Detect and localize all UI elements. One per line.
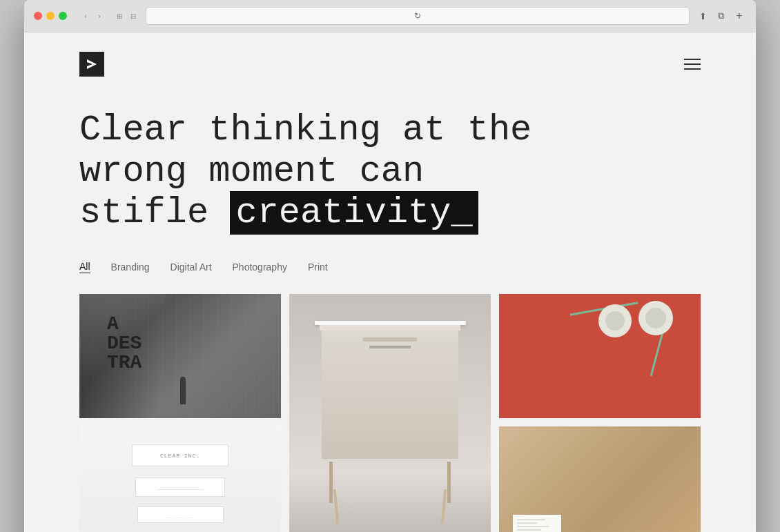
portfolio-item-1[interactable]: ADESTRA: [79, 294, 281, 418]
browser-actions: ⬆ ⧉ +: [696, 9, 746, 23]
window-btn-2[interactable]: ⊟: [128, 10, 139, 21]
new-tab-button[interactable]: +: [732, 9, 746, 23]
minimize-button[interactable]: [46, 12, 55, 20]
filter-photography[interactable]: Photography: [233, 262, 287, 273]
logo[interactable]: [79, 52, 104, 77]
portfolio-item-4[interactable]: CLEAR INC. ________________ ___ ___ ___: [79, 426, 281, 532]
reload-icon: ↻: [414, 11, 421, 21]
filter-all[interactable]: All: [79, 261, 90, 273]
studio-text: ADESTRA: [107, 315, 142, 373]
hero-line1: Clear thinking at the: [79, 110, 532, 150]
hero-highlight: creativity_: [230, 191, 478, 235]
filter-digital-art[interactable]: Digital Art: [170, 262, 212, 273]
portfolio-item-5[interactable]: [499, 426, 701, 532]
filter-branding[interactable]: Branding: [111, 262, 150, 273]
menu-button[interactable]: [684, 59, 701, 70]
hero-line3-start: stifle: [79, 193, 208, 233]
share-button[interactable]: ⬆: [696, 10, 709, 22]
box-text-1: CLEAR INC.: [160, 453, 200, 459]
site-header: [24, 32, 756, 96]
maximize-button[interactable]: [59, 12, 67, 20]
browser-window: ‹ › ⊞ ⊟ ↻ ⬆ ⧉ +: [24, 0, 756, 532]
hero-section: Clear thinking at the wrong moment can s…: [24, 96, 756, 261]
hero-text: Clear thinking at the wrong moment can s…: [79, 110, 673, 233]
forward-button[interactable]: ›: [93, 10, 106, 22]
portfolio-item-3[interactable]: [499, 294, 701, 418]
traffic-lights: [34, 12, 67, 20]
portfolio-item-2[interactable]: [289, 294, 491, 532]
tabs-button[interactable]: ⧉: [714, 10, 727, 22]
address-bar[interactable]: ↻: [146, 7, 690, 25]
browser-chrome: ‹ › ⊞ ⊟ ↻ ⬆ ⧉ +: [24, 0, 756, 32]
window-buttons: ⊞ ⊟: [114, 10, 139, 21]
back-button[interactable]: ‹: [79, 10, 92, 22]
filter-nav: All Branding Digital Art Photography Pri…: [24, 261, 756, 294]
hero-line2: wrong moment can: [79, 151, 424, 192]
page-content: Clear thinking at the wrong moment can s…: [24, 32, 756, 532]
window-btn-1[interactable]: ⊞: [114, 10, 125, 21]
close-button[interactable]: [34, 12, 42, 20]
portfolio-grid: ADESTRA: [24, 294, 756, 532]
filter-print[interactable]: Print: [308, 262, 328, 273]
nav-arrows: ‹ ›: [79, 10, 106, 22]
